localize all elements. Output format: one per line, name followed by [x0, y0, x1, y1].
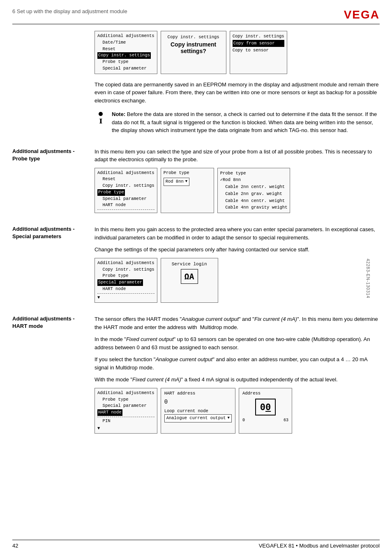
- hart-loop-dropdown[interactable]: Analogue current output ▼: [164, 414, 232, 422]
- copy-middle-box: Copy instr. settings Copy instrument set…: [161, 31, 226, 74]
- copy-description: The copied data are permanently saved in…: [95, 81, 380, 105]
- main-content: Additional adjustments Date/Time Reset C…: [12, 31, 380, 446]
- hart-menu-item-hart: HART node: [97, 409, 122, 416]
- copy-right-option1: Copy from sensor: [233, 40, 284, 47]
- special-content: In this menu item you gain access to the…: [95, 225, 380, 308]
- note-title: Note:: [112, 111, 125, 117]
- hart-address-value: 0: [164, 398, 232, 406]
- hart-label-line2: HART mode: [12, 323, 90, 330]
- note-content: Note: Before the data are stored in the …: [112, 110, 380, 135]
- probe-dropdown-row: Rod 8nn ▼: [164, 178, 211, 186]
- hart-loop-dropdown-row: Analogue current output ▼: [164, 414, 232, 422]
- hart-description3: If you select the function "Analogue cur…: [95, 355, 380, 371]
- special-service-title: Service login: [164, 261, 214, 268]
- hart-description4: With the mode "Fixed current (4 mA)" a f…: [95, 376, 380, 384]
- special-menu-box: Additional adjustments Copy instr. setti…: [95, 258, 157, 303]
- vega-logo: VEGA: [344, 8, 380, 21]
- hart-label: Additional adjustments - HART mode: [12, 315, 95, 439]
- probe-screens: Additional adjustments Reset Copy instr.…: [95, 168, 380, 214]
- probe-right-box: Probe type ✓Rod 8nn Cable 2nn centr. wei…: [217, 168, 291, 214]
- special-menu-item-hart: HART node: [97, 286, 154, 292]
- hart-range-min: 0: [242, 417, 245, 423]
- special-menu-item-special: Special parameter: [97, 279, 143, 286]
- copy-screens-block: Additional adjustments Date/Time Reset C…: [95, 31, 380, 104]
- probe-menu-item-special: Special parameter: [97, 196, 154, 202]
- special-label: Additional adjustments - Special paramet…: [12, 225, 95, 308]
- probe-content: In this menu item you can select the typ…: [95, 148, 380, 218]
- probe-label-line2: Probe type: [12, 155, 90, 162]
- special-menu-arrow: ▼: [97, 295, 154, 301]
- copy-section: Additional adjustments Date/Time Reset C…: [12, 31, 380, 142]
- special-menu-dashed: [97, 293, 154, 294]
- special-screens: Additional adjustments Copy instr. setti…: [95, 258, 380, 303]
- copy-menu-box: Additional adjustments Date/Time Reset C…: [95, 31, 157, 74]
- probe-label: Additional adjustments - Probe type: [12, 148, 95, 218]
- hart-screens: Additional adjustments Probe type Specia…: [95, 388, 380, 434]
- hart-menu-item-probe: Probe type: [97, 397, 154, 403]
- special-label-line2: Special parameters: [12, 233, 90, 240]
- copy-right-option2: Copy to sensor: [233, 47, 284, 54]
- probe-right-title: Probe type: [220, 170, 288, 177]
- hart-address-display: 00: [255, 399, 276, 415]
- copy-middle-main-line2: settings?: [166, 48, 221, 54]
- probe-right-option4: Cable 4nn centr. weight: [220, 197, 288, 204]
- hart-menu-item-special: Special parameter: [97, 403, 154, 409]
- breadcrumb: 6 Set up with the display and adjustment…: [12, 8, 127, 14]
- probe-section: Additional adjustments - Probe type In t…: [12, 148, 380, 218]
- copy-right-title: Copy instr. settings: [233, 33, 284, 40]
- copy-menu-item-probe: Probe type: [97, 59, 154, 65]
- hart-loop-title: Loop current node: [164, 408, 232, 415]
- note-dot: [99, 112, 103, 116]
- special-menu-title: Additional adjustments: [97, 260, 154, 267]
- hart-loop-dropdown-value: Analogue current output: [166, 415, 226, 422]
- hart-content: The sensor offers the HART modes "Analog…: [95, 315, 380, 439]
- probe-right-option5: Cable 4nn gravity weight: [220, 204, 288, 211]
- copy-ui-screens: Additional adjustments Date/Time Reset C…: [95, 31, 380, 74]
- probe-right-option1: ✓Rod 8nn: [220, 176, 288, 183]
- copy-right-box: Copy instr. settings Copy from sensor Co…: [230, 31, 287, 74]
- page-footer: 42 VEGAFLEX 81 • Modbus and Levelmaster …: [12, 540, 380, 549]
- hart-menu-arrow: ▼: [97, 425, 154, 432]
- special-menu-item-copy: Copy instr. settings: [97, 267, 154, 273]
- probe-menu-item-reset: Reset: [97, 176, 154, 183]
- special-label-line1: Additional adjustments -: [12, 225, 90, 233]
- special-menu-item-probe: Probe type: [97, 273, 154, 279]
- hart-menu-box: Additional adjustments Probe type Specia…: [95, 388, 157, 434]
- special-description2: Change the settings of the special param…: [95, 246, 380, 254]
- hart-middle-box: HART address 0 Loop current node Analogu…: [161, 388, 235, 434]
- side-text: 42283-EN-130314: [366, 259, 370, 299]
- special-description1: In this menu item you gain access to the…: [95, 225, 380, 241]
- special-service-box: Service login ΩΑ: [161, 258, 218, 303]
- hart-description2: In the mode "Fixed current output" up to…: [95, 335, 380, 351]
- hart-loop-dropdown-arrow: ▼: [228, 415, 230, 421]
- hart-range-row: 0 63: [242, 417, 288, 423]
- hart-description1: The sensor offers the HART modes "Analog…: [95, 315, 380, 331]
- note-letter: 𝐈: [99, 118, 102, 125]
- copy-menu-item-selected: Copy instr. settings: [97, 52, 151, 59]
- hart-range-max: 63: [284, 417, 288, 423]
- hart-menu-dashed: [97, 417, 154, 417]
- note-icon: 𝐈: [95, 110, 107, 135]
- probe-right-option2: Cable 2nn centr. weight: [220, 183, 288, 190]
- probe-dropdown-value: Rod 8nn: [166, 179, 184, 185]
- probe-menu-title: Additional adjustments: [97, 170, 154, 176]
- note-block: 𝐈 Note: Before the data are stored in th…: [95, 110, 380, 135]
- probe-middle-box: Probe type Rod 8nn ▼: [161, 168, 214, 214]
- hart-menu-pin: PIN: [97, 418, 154, 425]
- probe-right-option3: Cable 2nn grav. weight: [220, 190, 288, 197]
- probe-middle-title: Probe type: [164, 170, 211, 176]
- hart-menu-title: Additional adjustments: [97, 390, 154, 397]
- probe-menu-item-probe: Probe type: [97, 189, 125, 196]
- copy-menu-item-special: Special parameter: [97, 65, 154, 72]
- special-section: Additional adjustments - Special paramet…: [12, 225, 380, 308]
- note-section: 𝐈 Note: Before the data are stored in th…: [95, 110, 380, 135]
- hart-right-box: Address 00 0 63: [239, 388, 292, 434]
- product-info: VEGAFLEX 81 • Modbus and Levelmaster pro…: [259, 543, 380, 549]
- special-service-display: ΩΑ: [181, 269, 198, 284]
- copy-menu-item-datetime: Date/Time: [97, 39, 154, 46]
- hart-right-title: Address: [242, 390, 288, 397]
- note-text: Before the data are stored in the sensor…: [112, 111, 377, 133]
- page: 6 Set up with the display and adjustment…: [0, 0, 392, 557]
- probe-menu-box: Additional adjustments Reset Copy instr.…: [95, 168, 157, 214]
- probe-dropdown[interactable]: Rod 8nn ▼: [164, 178, 190, 186]
